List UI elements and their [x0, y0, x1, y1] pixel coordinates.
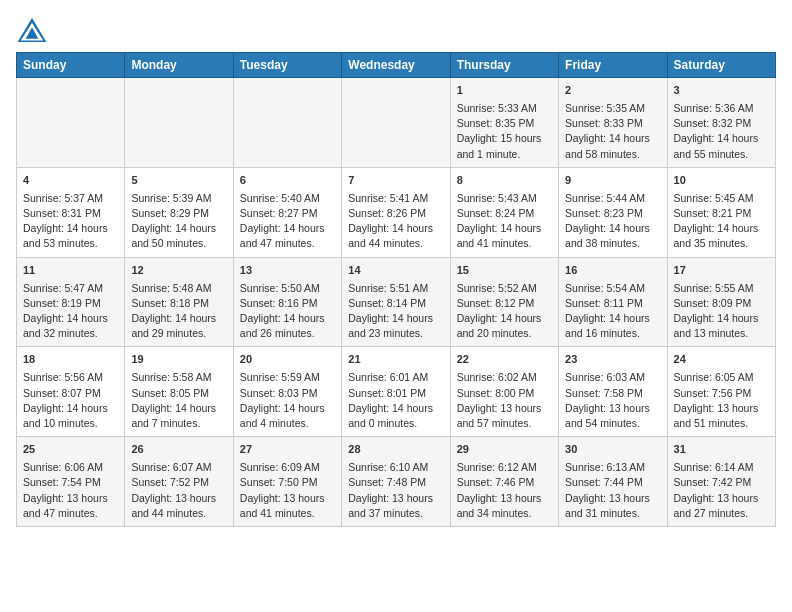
day-number: 21	[348, 352, 443, 368]
day-number: 28	[348, 442, 443, 458]
day-content: Sunrise: 6:12 AM Sunset: 7:46 PM Dayligh…	[457, 460, 552, 521]
day-cell: 21Sunrise: 6:01 AM Sunset: 8:01 PM Dayli…	[342, 347, 450, 437]
header-row: SundayMondayTuesdayWednesdayThursdayFrid…	[17, 53, 776, 78]
day-cell: 23Sunrise: 6:03 AM Sunset: 7:58 PM Dayli…	[559, 347, 667, 437]
day-content: Sunrise: 5:33 AM Sunset: 8:35 PM Dayligh…	[457, 101, 552, 162]
week-row-1: 1Sunrise: 5:33 AM Sunset: 8:35 PM Daylig…	[17, 78, 776, 168]
day-number: 17	[674, 263, 769, 279]
day-content: Sunrise: 5:43 AM Sunset: 8:24 PM Dayligh…	[457, 191, 552, 252]
day-cell: 15Sunrise: 5:52 AM Sunset: 8:12 PM Dayli…	[450, 257, 558, 347]
day-content: Sunrise: 5:39 AM Sunset: 8:29 PM Dayligh…	[131, 191, 226, 252]
day-number: 18	[23, 352, 118, 368]
day-number: 2	[565, 83, 660, 99]
logo-icon	[16, 16, 48, 44]
day-content: Sunrise: 5:47 AM Sunset: 8:19 PM Dayligh…	[23, 281, 118, 342]
day-cell: 17Sunrise: 5:55 AM Sunset: 8:09 PM Dayli…	[667, 257, 775, 347]
day-cell: 27Sunrise: 6:09 AM Sunset: 7:50 PM Dayli…	[233, 437, 341, 527]
day-number: 7	[348, 173, 443, 189]
day-content: Sunrise: 6:02 AM Sunset: 8:00 PM Dayligh…	[457, 370, 552, 431]
day-cell: 12Sunrise: 5:48 AM Sunset: 8:18 PM Dayli…	[125, 257, 233, 347]
week-row-3: 11Sunrise: 5:47 AM Sunset: 8:19 PM Dayli…	[17, 257, 776, 347]
col-header-tuesday: Tuesday	[233, 53, 341, 78]
day-content: Sunrise: 5:36 AM Sunset: 8:32 PM Dayligh…	[674, 101, 769, 162]
col-header-monday: Monday	[125, 53, 233, 78]
day-content: Sunrise: 6:09 AM Sunset: 7:50 PM Dayligh…	[240, 460, 335, 521]
day-cell	[233, 78, 341, 168]
day-cell: 3Sunrise: 5:36 AM Sunset: 8:32 PM Daylig…	[667, 78, 775, 168]
day-number: 19	[131, 352, 226, 368]
col-header-sunday: Sunday	[17, 53, 125, 78]
week-row-4: 18Sunrise: 5:56 AM Sunset: 8:07 PM Dayli…	[17, 347, 776, 437]
day-cell	[342, 78, 450, 168]
day-content: Sunrise: 6:06 AM Sunset: 7:54 PM Dayligh…	[23, 460, 118, 521]
day-number: 3	[674, 83, 769, 99]
day-number: 31	[674, 442, 769, 458]
day-number: 25	[23, 442, 118, 458]
day-number: 16	[565, 263, 660, 279]
day-content: Sunrise: 5:51 AM Sunset: 8:14 PM Dayligh…	[348, 281, 443, 342]
day-content: Sunrise: 5:44 AM Sunset: 8:23 PM Dayligh…	[565, 191, 660, 252]
day-number: 23	[565, 352, 660, 368]
day-cell: 8Sunrise: 5:43 AM Sunset: 8:24 PM Daylig…	[450, 167, 558, 257]
day-cell: 11Sunrise: 5:47 AM Sunset: 8:19 PM Dayli…	[17, 257, 125, 347]
col-header-thursday: Thursday	[450, 53, 558, 78]
day-number: 4	[23, 173, 118, 189]
day-content: Sunrise: 5:45 AM Sunset: 8:21 PM Dayligh…	[674, 191, 769, 252]
day-cell: 20Sunrise: 5:59 AM Sunset: 8:03 PM Dayli…	[233, 347, 341, 437]
day-content: Sunrise: 6:13 AM Sunset: 7:44 PM Dayligh…	[565, 460, 660, 521]
day-number: 5	[131, 173, 226, 189]
day-content: Sunrise: 6:05 AM Sunset: 7:56 PM Dayligh…	[674, 370, 769, 431]
day-cell: 14Sunrise: 5:51 AM Sunset: 8:14 PM Dayli…	[342, 257, 450, 347]
day-cell: 16Sunrise: 5:54 AM Sunset: 8:11 PM Dayli…	[559, 257, 667, 347]
day-content: Sunrise: 5:55 AM Sunset: 8:09 PM Dayligh…	[674, 281, 769, 342]
day-content: Sunrise: 6:14 AM Sunset: 7:42 PM Dayligh…	[674, 460, 769, 521]
day-content: Sunrise: 5:41 AM Sunset: 8:26 PM Dayligh…	[348, 191, 443, 252]
day-cell: 19Sunrise: 5:58 AM Sunset: 8:05 PM Dayli…	[125, 347, 233, 437]
day-number: 27	[240, 442, 335, 458]
day-number: 10	[674, 173, 769, 189]
day-cell: 28Sunrise: 6:10 AM Sunset: 7:48 PM Dayli…	[342, 437, 450, 527]
day-cell: 31Sunrise: 6:14 AM Sunset: 7:42 PM Dayli…	[667, 437, 775, 527]
day-content: Sunrise: 5:48 AM Sunset: 8:18 PM Dayligh…	[131, 281, 226, 342]
day-content: Sunrise: 5:58 AM Sunset: 8:05 PM Dayligh…	[131, 370, 226, 431]
day-number: 6	[240, 173, 335, 189]
day-cell: 2Sunrise: 5:35 AM Sunset: 8:33 PM Daylig…	[559, 78, 667, 168]
day-cell: 30Sunrise: 6:13 AM Sunset: 7:44 PM Dayli…	[559, 437, 667, 527]
day-content: Sunrise: 6:07 AM Sunset: 7:52 PM Dayligh…	[131, 460, 226, 521]
day-content: Sunrise: 5:56 AM Sunset: 8:07 PM Dayligh…	[23, 370, 118, 431]
day-content: Sunrise: 5:40 AM Sunset: 8:27 PM Dayligh…	[240, 191, 335, 252]
day-content: Sunrise: 6:03 AM Sunset: 7:58 PM Dayligh…	[565, 370, 660, 431]
day-cell: 25Sunrise: 6:06 AM Sunset: 7:54 PM Dayli…	[17, 437, 125, 527]
day-cell	[125, 78, 233, 168]
day-cell: 5Sunrise: 5:39 AM Sunset: 8:29 PM Daylig…	[125, 167, 233, 257]
day-content: Sunrise: 6:01 AM Sunset: 8:01 PM Dayligh…	[348, 370, 443, 431]
day-cell: 26Sunrise: 6:07 AM Sunset: 7:52 PM Dayli…	[125, 437, 233, 527]
day-number: 26	[131, 442, 226, 458]
day-cell: 4Sunrise: 5:37 AM Sunset: 8:31 PM Daylig…	[17, 167, 125, 257]
page-header	[16, 16, 776, 44]
col-header-wednesday: Wednesday	[342, 53, 450, 78]
day-cell: 1Sunrise: 5:33 AM Sunset: 8:35 PM Daylig…	[450, 78, 558, 168]
day-cell: 9Sunrise: 5:44 AM Sunset: 8:23 PM Daylig…	[559, 167, 667, 257]
day-content: Sunrise: 5:52 AM Sunset: 8:12 PM Dayligh…	[457, 281, 552, 342]
day-cell: 13Sunrise: 5:50 AM Sunset: 8:16 PM Dayli…	[233, 257, 341, 347]
day-content: Sunrise: 5:37 AM Sunset: 8:31 PM Dayligh…	[23, 191, 118, 252]
day-number: 22	[457, 352, 552, 368]
week-row-2: 4Sunrise: 5:37 AM Sunset: 8:31 PM Daylig…	[17, 167, 776, 257]
day-number: 20	[240, 352, 335, 368]
day-number: 14	[348, 263, 443, 279]
day-number: 29	[457, 442, 552, 458]
day-cell: 10Sunrise: 5:45 AM Sunset: 8:21 PM Dayli…	[667, 167, 775, 257]
logo	[16, 16, 52, 44]
day-content: Sunrise: 6:10 AM Sunset: 7:48 PM Dayligh…	[348, 460, 443, 521]
col-header-friday: Friday	[559, 53, 667, 78]
day-number: 15	[457, 263, 552, 279]
day-cell: 18Sunrise: 5:56 AM Sunset: 8:07 PM Dayli…	[17, 347, 125, 437]
day-number: 1	[457, 83, 552, 99]
day-content: Sunrise: 5:59 AM Sunset: 8:03 PM Dayligh…	[240, 370, 335, 431]
day-cell	[17, 78, 125, 168]
calendar-table: SundayMondayTuesdayWednesdayThursdayFrid…	[16, 52, 776, 527]
day-number: 9	[565, 173, 660, 189]
day-number: 24	[674, 352, 769, 368]
col-header-saturday: Saturday	[667, 53, 775, 78]
